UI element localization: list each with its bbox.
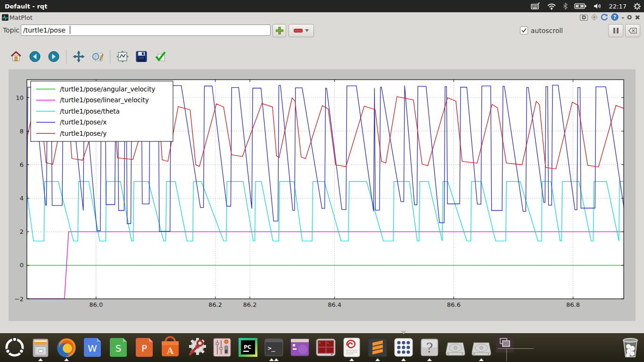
- svg-text:?: ?: [613, 15, 616, 20]
- screenshot-overlay-icon: [496, 335, 514, 353]
- wifi-icon[interactable]: [547, 3, 556, 10]
- x-tick-label: 86.6: [447, 301, 461, 308]
- autoscroll-checkbox[interactable]: [520, 26, 528, 34]
- svg-text:PC: PC: [244, 344, 251, 350]
- dock-d-button[interactable]: D: [580, 15, 588, 21]
- legend-label: /turtle1/pose/linear_velocity: [60, 96, 149, 104]
- clear-button[interactable]: [625, 24, 640, 37]
- legend-label: /turtle1/pose/x: [60, 118, 107, 126]
- svg-text:W: W: [88, 343, 97, 354]
- dock-item-trash[interactable]: [619, 336, 642, 359]
- focused-indicator: [401, 331, 406, 334]
- dock-item-terminal[interactable]: >_: [263, 336, 285, 359]
- dock-item-terminator[interactable]: >_>_: [314, 336, 337, 359]
- battery-charging-icon[interactable]: [574, 3, 586, 9]
- topic-input[interactable]: [21, 25, 271, 36]
- y-tick-label: 6: [20, 161, 24, 168]
- running-indicator: [401, 358, 406, 361]
- close-button[interactable]: ✖: [635, 14, 640, 21]
- dock-item-files[interactable]: [29, 336, 52, 359]
- dock-item-pycharm[interactable]: PC: [237, 336, 259, 359]
- pause-icon: [613, 28, 619, 33]
- check-icon: [520, 27, 528, 34]
- svg-text:>_: >_: [268, 345, 275, 352]
- dock-item-wps-spreadsheets[interactable]: S: [107, 336, 130, 359]
- minimize-button[interactable]: -: [621, 14, 624, 21]
- y-tick-label: 8: [20, 128, 24, 135]
- dock-item-system-settings[interactable]: [185, 336, 207, 359]
- running-indicator: [64, 358, 69, 361]
- dock-item-sublime-text[interactable]: [366, 336, 389, 359]
- running-indicator: [274, 358, 279, 361]
- svg-text:>_: >_: [319, 341, 322, 345]
- running-indicator: [375, 358, 380, 361]
- x-tick-label: 86.2: [208, 301, 222, 308]
- x-tick-label: 86.8: [566, 301, 580, 308]
- back-icon[interactable]: [28, 49, 41, 64]
- svg-text:A: A: [166, 346, 174, 356]
- float-button[interactable]: O: [627, 15, 632, 20]
- text-caret: [70, 26, 70, 34]
- minus-icon: [294, 29, 303, 33]
- y-tick-label: 0: [20, 262, 24, 269]
- y-tick-label: 2: [20, 228, 24, 235]
- y-tick-label: 10: [16, 94, 24, 101]
- controls-row: Topic autoscroll: [0, 23, 644, 39]
- running-indicator: [269, 358, 274, 361]
- dock-item-software-center[interactable]: A: [159, 336, 182, 359]
- dock: WSPAPC>_>_>_?: [0, 333, 644, 362]
- dock-item-app-grid[interactable]: [392, 336, 415, 359]
- dock-item-wps-presentation[interactable]: P: [133, 336, 156, 359]
- volume-icon[interactable]: [593, 2, 603, 10]
- session-gear-icon[interactable]: [633, 2, 641, 10]
- clock[interactable]: 22:17: [609, 3, 627, 10]
- plot-figure: 86.086.286.286.486.686.8−20246810/turtle…: [8, 69, 636, 321]
- running-indicator: [427, 358, 432, 361]
- crosshair-horizontal: [498, 348, 534, 349]
- home-icon[interactable]: [9, 49, 23, 64]
- dock-item-firefox[interactable]: [55, 336, 78, 359]
- chevron-down-icon: [305, 29, 309, 32]
- dock-item-hard-drive-1[interactable]: [444, 336, 467, 359]
- subplots-icon[interactable]: [116, 49, 129, 64]
- plus-icon: [275, 26, 284, 35]
- zoom-edit-icon[interactable]: [91, 49, 104, 64]
- autoscroll-label[interactable]: autoscroll: [531, 27, 563, 34]
- pause-button[interactable]: [608, 24, 623, 37]
- dock-item-ubuntu-launcher[interactable]: [3, 336, 26, 359]
- x-tick-label: 86.2: [243, 301, 257, 308]
- add-topic-button[interactable]: [272, 24, 286, 37]
- plugin-window-buttons: D ? - O ✖: [580, 12, 640, 23]
- dock-item-terminal-purple[interactable]: [289, 336, 311, 359]
- svg-text:?: ?: [426, 340, 433, 356]
- help-icon[interactable]: ?: [611, 13, 619, 22]
- window-title: Default - rqt: [5, 3, 47, 10]
- reload-icon[interactable]: [601, 13, 608, 22]
- settings-gear-icon[interactable]: [591, 14, 598, 22]
- save-icon[interactable]: [135, 49, 148, 64]
- plugin-title: MatPlot: [9, 14, 33, 21]
- running-indicator: [38, 358, 43, 361]
- running-indicator: [479, 358, 484, 361]
- topic-label: Topic: [3, 26, 19, 34]
- dock-item-document-viewer[interactable]: [340, 336, 363, 359]
- svg-text:S: S: [116, 343, 122, 354]
- remove-topic-button[interactable]: [289, 24, 314, 37]
- dock-item-unknown-app[interactable]: ?: [418, 336, 441, 359]
- x-tick-label: 86.4: [328, 301, 341, 308]
- confirm-check-icon[interactable]: [154, 49, 167, 64]
- toolbar-separator: [110, 49, 110, 64]
- backspace-icon: [628, 28, 637, 33]
- forward-icon[interactable]: [47, 49, 60, 64]
- mpl-toolbar: [9, 48, 167, 65]
- y-tick-label: 4: [20, 195, 24, 202]
- pan-icon[interactable]: [72, 49, 85, 64]
- plot-canvas[interactable]: 86.086.286.286.486.686.8−20246810/turtle…: [8, 69, 636, 321]
- legend-label: /turtle1/pose/y: [60, 130, 107, 137]
- bluetooth-icon[interactable]: [563, 2, 568, 10]
- dock-item-wps-writer[interactable]: W: [81, 336, 104, 359]
- dock-item-hard-drive-2[interactable]: [470, 336, 493, 359]
- dock-item-audio-mixer[interactable]: [211, 336, 233, 359]
- system-tray: 22:17: [531, 0, 641, 12]
- keyboard-icon[interactable]: [531, 2, 540, 10]
